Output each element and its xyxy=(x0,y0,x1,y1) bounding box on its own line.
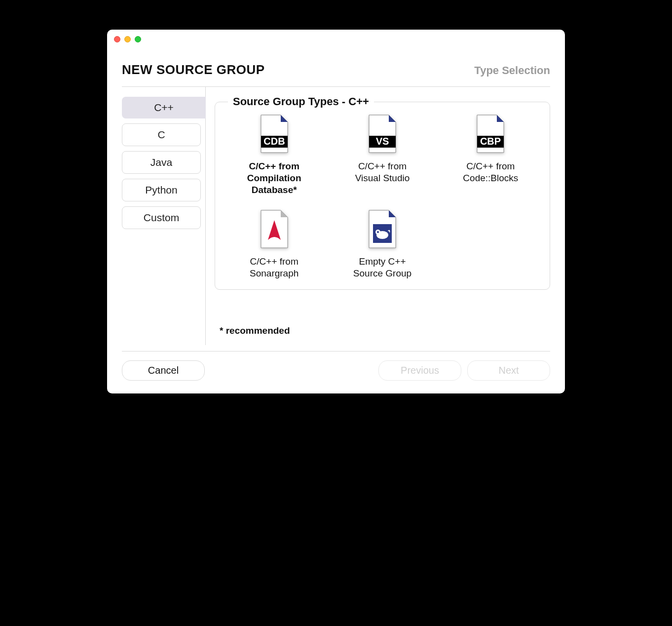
file-icon: CBP xyxy=(475,114,506,154)
type-item[interactable]: CBP C/C++ from Code::Blocks xyxy=(442,114,540,196)
page-subtitle: Type Selection xyxy=(474,64,550,77)
type-label: C/C++ from Compilation Database* xyxy=(247,160,301,196)
sidebar-item-c[interactable]: C xyxy=(122,123,201,146)
next-button[interactable]: Next xyxy=(467,360,550,381)
type-label: C/C++ from Sonargraph xyxy=(250,256,299,279)
dialog-window: NEW SOURCE GROUP Type Selection C++CJava… xyxy=(107,30,565,393)
file-icon xyxy=(259,209,290,249)
svg-text:CDB: CDB xyxy=(263,136,285,147)
file-icon: CDB xyxy=(259,114,290,154)
titlebar xyxy=(107,30,565,48)
header: NEW SOURCE GROUP Type Selection xyxy=(107,48,565,86)
type-item[interactable]: Empty C++ Source Group xyxy=(333,209,431,279)
sidebar-item-python[interactable]: Python xyxy=(122,179,201,201)
group-legend: Source Group Types - C++ xyxy=(228,95,374,108)
main: Source Group Types - C++ CDB C/C++ from … xyxy=(206,87,550,345)
file-icon xyxy=(367,209,398,249)
cancel-button[interactable]: Cancel xyxy=(122,360,205,381)
file-icon: VS xyxy=(367,114,398,154)
svg-text:VS: VS xyxy=(376,136,389,147)
minimize-icon[interactable] xyxy=(124,36,131,42)
type-item[interactable]: CDB C/C++ from Compilation Database* xyxy=(225,114,323,196)
types-grid: CDB C/C++ from Compilation Database* VS … xyxy=(225,114,540,279)
sidebar-item-cplusplus[interactable]: C++ xyxy=(122,97,206,118)
type-label: C/C++ from Visual Studio xyxy=(355,160,410,184)
type-item[interactable]: C/C++ from Sonargraph xyxy=(225,209,323,279)
type-label: C/C++ from Code::Blocks xyxy=(463,160,518,184)
type-label: Empty C++ Source Group xyxy=(353,256,411,279)
sidebar-item-custom[interactable]: Custom xyxy=(122,206,201,229)
previous-button[interactable]: Previous xyxy=(378,360,461,381)
type-group-box: Source Group Types - C++ CDB C/C++ from … xyxy=(215,102,550,290)
svg-text:CBP: CBP xyxy=(480,136,501,147)
sidebar-item-java[interactable]: Java xyxy=(122,151,201,174)
page-title: NEW SOURCE GROUP xyxy=(122,62,265,78)
recommended-note: * recommended xyxy=(220,325,550,336)
maximize-icon[interactable] xyxy=(135,36,141,42)
sidebar: C++CJavaPythonCustom xyxy=(122,87,206,345)
type-item[interactable]: VS C/C++ from Visual Studio xyxy=(333,114,431,196)
body: C++CJavaPythonCustom Source Group Types … xyxy=(107,87,565,345)
close-icon[interactable] xyxy=(114,36,120,42)
footer: Cancel Previous Next xyxy=(107,352,565,393)
svg-point-9 xyxy=(377,231,379,233)
